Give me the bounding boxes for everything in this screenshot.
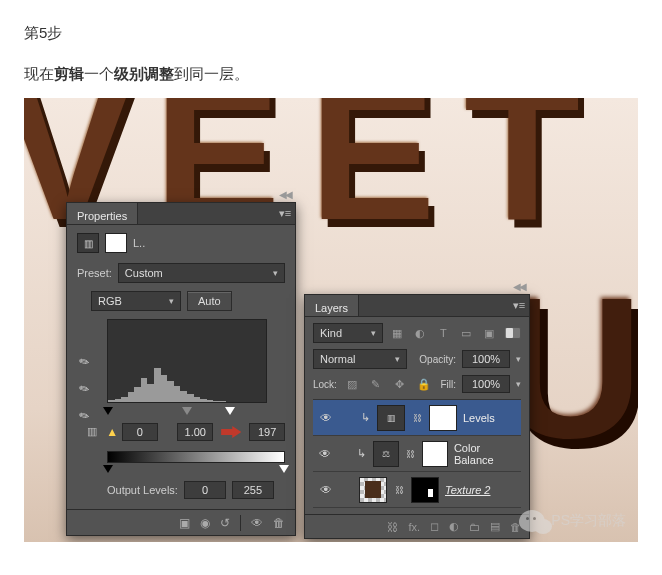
histogram-icon: ▥ [87,425,102,439]
histogram[interactable] [107,319,267,403]
filter-pixel-icon[interactable]: ▦ [389,324,406,342]
link-icon[interactable]: ⛓ [405,449,416,459]
opacity-field[interactable]: 100% [462,350,510,368]
lock-position-icon[interactable]: ✥ [391,375,409,393]
output-black-field[interactable]: 0 [184,481,226,499]
chevron-down-icon: ▾ [371,328,376,338]
lock-all-icon[interactable]: 🔒 [415,375,433,393]
channel-dropdown[interactable]: RGB▾ [91,291,181,311]
layer-fx-icon[interactable]: fx. [408,521,420,533]
add-mask-icon[interactable]: ◻ [430,520,439,533]
black-point-eyedropper-icon[interactable]: ✎ [72,350,97,375]
panel-tabbar: Properties ▾≡ [67,203,295,225]
panel-menu-icon[interactable]: ▾≡ [275,203,295,224]
new-layer-icon[interactable]: ▤ [490,520,500,533]
bg-letter: T [464,98,580,248]
link-layers-icon[interactable]: ⛓ [387,521,398,533]
layer-thumb[interactable] [359,477,387,503]
filter-kind-value: Kind [320,327,342,339]
clip-indicator-icon: ↳ [356,447,367,460]
layer-row-texture-2[interactable]: 👁 ⛓ Texture 2 [313,472,521,508]
layers-panel: ◀◀ Layers ▾≡ Kind▾ ▦ ◐ T ▭ ▣ Normal▾ Opa… [304,294,530,539]
new-group-icon[interactable]: 🗀 [469,521,480,533]
input-gamma-handle[interactable] [182,407,192,415]
step-heading: 第5步 [24,24,638,43]
body-bold-1: 剪辑 [54,65,84,82]
filter-adjustment-icon[interactable]: ◐ [412,324,429,342]
clip-icon[interactable]: ▣ [179,516,190,530]
watermark-text: PS学习部落 [551,512,626,530]
filter-type-icon[interactable]: T [435,324,452,342]
visibility-icon[interactable]: 👁 [317,483,335,497]
input-gamma-field[interactable]: 1.00 [177,423,213,441]
body-prefix: 现在 [24,65,54,82]
input-black-handle[interactable] [103,407,113,415]
warning-icon[interactable]: ▲ [106,425,118,439]
output-black-handle[interactable] [103,465,113,473]
lock-transparent-icon[interactable]: ▨ [343,375,361,393]
link-icon[interactable]: ⛓ [411,413,423,423]
output-gradient[interactable] [107,451,285,463]
auto-button[interactable]: Auto [187,291,232,311]
gray-point-eyedropper-icon[interactable]: ✎ [72,377,97,402]
new-adjustment-icon[interactable]: ◐ [449,520,459,533]
chevron-down-icon[interactable]: ▾ [516,354,521,364]
properties-footer: ▣ ◉ ↺ 👁 🗑 [67,509,295,535]
mask-thumb[interactable] [411,477,439,503]
view-previous-icon[interactable]: ◉ [200,516,210,530]
adjustment-thumb[interactable]: ⚖ [373,441,399,467]
output-white-field[interactable]: 255 [232,481,274,499]
collapse-icon[interactable]: ◀◀ [513,281,525,292]
clip-indicator-icon: ↳ [359,411,371,424]
mask-thumb[interactable] [105,233,127,253]
visibility-icon[interactable]: 👁 [317,447,333,461]
filter-shape-icon[interactable]: ▭ [458,324,475,342]
body-mid: 一个 [84,65,114,82]
body-bold-2: 级别调整 [114,65,174,82]
layer-filter-row: Kind▾ ▦ ◐ T ▭ ▣ [313,323,521,343]
chevron-down-icon: ▾ [273,268,278,278]
collapse-icon[interactable]: ◀◀ [279,189,291,200]
adjustment-thumb[interactable]: ▥ [377,405,405,431]
lock-label: Lock: [313,379,337,390]
wechat-icon [519,510,545,532]
output-white-handle[interactable] [279,465,289,473]
adjustment-name-short: L.. [133,237,145,249]
input-white-field[interactable]: 197 [249,423,285,441]
toggle-visibility-icon[interactable]: 👁 [251,516,263,530]
preset-dropdown[interactable]: Custom▾ [118,263,285,283]
filter-smart-icon[interactable]: ▣ [481,324,498,342]
filter-kind-dropdown[interactable]: Kind▾ [313,323,383,343]
properties-tab[interactable]: Properties [67,203,138,224]
input-black-field[interactable]: 0 [122,423,158,441]
layer-name[interactable]: Levels [463,412,495,424]
blend-mode-value: Normal [320,353,355,365]
blend-mode-dropdown[interactable]: Normal▾ [313,349,407,369]
opacity-label: Opacity: [419,354,456,365]
layers-footer: ⛓ fx. ◻ ◐ 🗀 ▤ 🗑 [305,514,529,538]
input-white-handle[interactable] [225,407,235,415]
output-slider[interactable] [107,465,285,475]
panel-menu-icon[interactable]: ▾≡ [509,295,529,316]
mask-thumb[interactable] [422,441,448,467]
delete-icon[interactable]: 🗑 [273,516,285,530]
chevron-down-icon[interactable]: ▾ [516,379,521,389]
fill-field[interactable]: 100% [462,375,510,393]
lock-pixels-icon[interactable]: ✎ [367,375,385,393]
link-icon[interactable]: ⛓ [393,485,405,495]
output-label: Output Levels: [107,484,178,496]
layers-tab[interactable]: Layers [305,295,359,316]
layer-name[interactable]: Color Balance [454,442,517,466]
preset-label: Preset: [77,267,112,279]
layer-row-color-balance[interactable]: 👁 ↳ ⚖ ⛓ Color Balance [313,436,521,472]
bg-letter: E [309,98,436,248]
mask-thumb[interactable] [429,405,457,431]
divider [240,515,241,531]
white-point-eyedropper-icon[interactable]: ✎ [72,404,97,429]
input-slider[interactable] [107,407,267,419]
layer-name[interactable]: Texture 2 [445,484,490,496]
reset-icon[interactable]: ↺ [220,516,230,530]
layer-row-levels[interactable]: 👁 ↳ ▥ ⛓ Levels [313,400,521,436]
visibility-icon[interactable]: 👁 [317,411,335,425]
filter-toggle[interactable] [504,327,521,339]
